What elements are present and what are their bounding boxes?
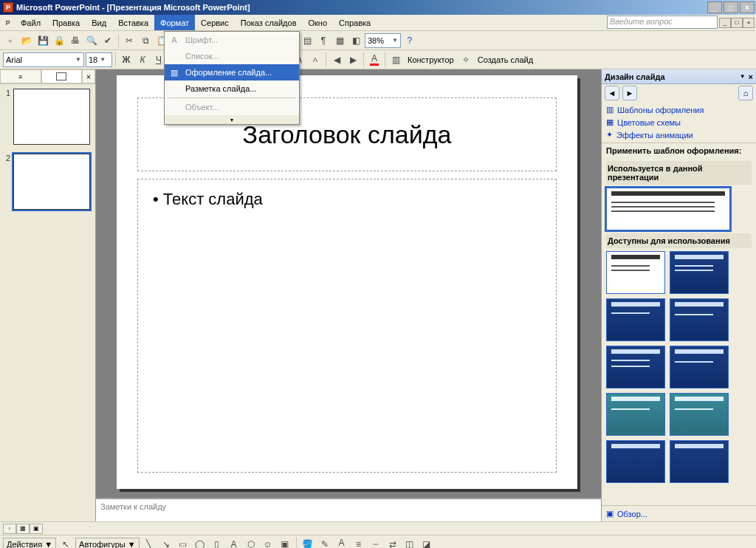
copy-icon[interactable]: ⧉ — [138, 33, 153, 48]
thumb-1[interactable]: 1 — [3, 89, 92, 145]
font-color-icon[interactable]: A — [367, 52, 382, 67]
dash-style-icon[interactable]: ┄ — [368, 537, 383, 549]
link-templates[interactable]: ▥Шаблоны оформления — [606, 105, 752, 114]
ask-question-input[interactable]: Введите вопрос — [607, 16, 718, 29]
minimize-button[interactable]: _ — [707, 1, 722, 13]
menu-slide-layout[interactable]: Разметка слайда... — [165, 81, 299, 97]
bold-button[interactable]: Ж — [119, 52, 134, 67]
template-item[interactable] — [670, 346, 729, 388]
textbox-icon[interactable]: ▯ — [210, 537, 224, 549]
diagram-icon[interactable]: ⬡ — [244, 537, 258, 549]
slides-tab[interactable] — [41, 69, 83, 83]
designer-label[interactable]: Конструктор — [405, 55, 457, 64]
template-item[interactable] — [606, 251, 665, 294]
template-item[interactable] — [606, 346, 665, 388]
shadow-style-icon[interactable]: ◫ — [402, 537, 417, 549]
italic-button[interactable]: К — [135, 52, 150, 67]
new-slide-label[interactable]: Создать слайд — [475, 55, 536, 64]
normal-view-button[interactable]: ▫ — [3, 524, 16, 534]
template-item[interactable] — [606, 393, 665, 436]
arrow-style-icon[interactable]: ⇄ — [385, 537, 400, 549]
menu-slide-design[interactable]: ▥Оформление слайда... — [165, 64, 299, 81]
menu-insert[interactable]: Вставка — [112, 15, 154, 30]
oval-icon[interactable]: ◯ — [193, 537, 207, 549]
template-item[interactable] — [606, 298, 665, 341]
nav-forward-button[interactable]: ► — [622, 86, 637, 100]
menu-object[interactable]: Объект... — [165, 99, 299, 115]
font-combo[interactable]: Arial▼ — [3, 52, 84, 67]
template-item[interactable] — [670, 393, 729, 436]
template-item[interactable] — [670, 298, 729, 341]
link-animation[interactable]: ✦Эффекты анимации — [606, 130, 752, 140]
menu-list[interactable]: Список... — [165, 48, 299, 64]
font-size-combo[interactable]: 18▼ — [86, 52, 112, 67]
print-icon[interactable]: 🖶 — [68, 33, 83, 48]
menu-service[interactable]: Сервис — [195, 15, 235, 30]
template-item[interactable] — [670, 251, 729, 294]
taskpane-close-icon[interactable]: × — [749, 72, 753, 81]
help-icon[interactable]: ? — [402, 33, 417, 48]
arrow-icon[interactable]: ↘ — [159, 537, 173, 549]
browse-link[interactable]: ▣Обзор... — [602, 505, 756, 521]
line-style-icon[interactable]: ≡ — [351, 537, 366, 549]
actions-menu[interactable]: Действия▼ — [3, 538, 56, 549]
menu-format[interactable]: Формат — [154, 15, 195, 30]
slideshow-view-button[interactable]: ▣ — [30, 524, 43, 534]
3d-style-icon[interactable]: ◪ — [419, 537, 434, 549]
increase-indent-icon[interactable]: ▶ — [346, 52, 360, 67]
cut-icon[interactable]: ✂ — [122, 33, 137, 48]
close-button[interactable]: × — [740, 1, 755, 13]
picture-icon[interactable]: ▣ — [278, 537, 292, 549]
mdi-minimize[interactable]: _ — [719, 18, 731, 28]
color-gray-icon[interactable]: ◧ — [348, 33, 363, 48]
sorter-view-button[interactable]: ▦ — [16, 524, 30, 534]
line-color-icon[interactable]: ✎ — [317, 537, 332, 549]
print-preview-icon[interactable]: 🔍 — [84, 33, 99, 48]
select-icon[interactable]: ↖ — [58, 537, 73, 549]
wordart-icon[interactable]: A — [227, 537, 241, 549]
body-placeholder[interactable]: Текст слайда — [137, 179, 557, 473]
rectangle-icon[interactable]: ▭ — [176, 537, 190, 549]
mdi-restore[interactable]: □ — [731, 18, 743, 28]
designer-icon[interactable]: ▥ — [388, 52, 403, 67]
spellcheck-icon[interactable]: ✔ — [100, 33, 115, 48]
notes-pane[interactable]: Заметки к слайду — [96, 498, 601, 521]
link-color-schemes[interactable]: ▦Цветовые схемы — [606, 117, 752, 127]
menu-view[interactable]: Вид — [86, 15, 112, 30]
menu-edit[interactable]: Правка — [47, 15, 86, 30]
template-current[interactable] — [606, 188, 730, 230]
slide-canvas[interactable]: Заголовок слайда Текст слайда — [96, 69, 601, 498]
save-icon[interactable]: 💾 — [35, 33, 50, 48]
grid-icon[interactable]: ▦ — [332, 33, 347, 48]
zoom-combo[interactable]: 38%▼ — [365, 33, 401, 48]
template-item[interactable] — [606, 440, 665, 483]
autoshapes-menu[interactable]: Автофигуры▼ — [75, 538, 139, 549]
close-panel-button[interactable]: × — [82, 69, 95, 83]
menu-window[interactable]: Окно — [303, 15, 334, 30]
line-icon[interactable]: ╲ — [142, 537, 157, 549]
taskpane-dropdown-icon[interactable]: ▼ — [737, 73, 749, 80]
nav-home-button[interactable]: ⌂ — [738, 86, 753, 100]
font-color-icon2[interactable]: A — [334, 537, 349, 549]
fill-color-icon[interactable]: 🪣 — [300, 537, 315, 549]
clipart-icon[interactable]: ☺ — [261, 537, 275, 549]
menu-slideshow[interactable]: Показ слайдов — [235, 15, 303, 30]
decrease-indent-icon[interactable]: ◀ — [329, 52, 344, 67]
show-format-icon[interactable]: ¶ — [316, 33, 331, 48]
expand-all-icon[interactable]: ▤ — [300, 33, 315, 48]
outline-tab[interactable]: ≡ — [0, 69, 41, 83]
permission-icon[interactable]: 🔒 — [52, 33, 66, 48]
menu-font[interactable]: AШрифт... — [165, 32, 299, 48]
open-icon[interactable]: 📂 — [19, 33, 34, 48]
thumb-2[interactable]: 2 — [3, 154, 92, 210]
new-doc-icon[interactable]: ▫ — [3, 33, 18, 48]
new-slide-icon[interactable]: ✧ — [458, 52, 473, 67]
nav-back-button[interactable]: ◄ — [605, 86, 619, 100]
restore-button[interactable]: □ — [724, 1, 738, 13]
mdi-close[interactable]: × — [743, 18, 755, 28]
template-item[interactable] — [670, 440, 729, 483]
menu-file[interactable]: Файл — [15, 15, 47, 30]
menu-expand-chevron[interactable]: ▾ — [165, 115, 299, 124]
menu-help[interactable]: Справка — [333, 15, 377, 30]
decrease-font-icon[interactable]: A — [308, 52, 323, 67]
